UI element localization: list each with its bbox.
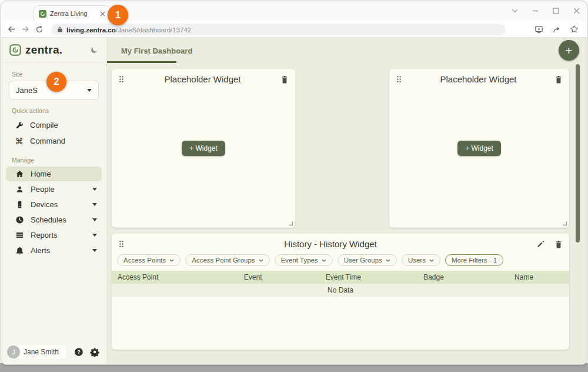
chip-label: Event Types	[281, 257, 318, 264]
url-domain: living.zentra.co	[66, 26, 116, 34]
device-icon	[15, 200, 24, 209]
user-name[interactable]: Jane Smith	[15, 346, 66, 358]
toolbar-right-icons	[534, 25, 581, 34]
no-data-row: No Data	[112, 284, 569, 297]
manage-section-label: Manage	[12, 157, 106, 164]
bell-icon	[15, 246, 24, 255]
share-icon[interactable]	[552, 25, 561, 34]
edit-pencil-icon[interactable]	[537, 240, 544, 248]
sidebar-item-label: Alerts	[31, 246, 50, 255]
drag-handle-icon[interactable]	[119, 75, 124, 83]
sidebar-item-reports[interactable]: Reports	[6, 228, 102, 243]
filter-chips-row: Access Points Access Point Groups Event …	[112, 251, 569, 271]
back-icon[interactable]	[7, 25, 16, 34]
avatar[interactable]: J	[7, 346, 20, 358]
svg-text:?: ?	[77, 349, 81, 355]
drag-handle-icon[interactable]	[396, 75, 402, 83]
settings-gear-icon[interactable]	[90, 347, 99, 357]
add-widget-button[interactable]: + Widget	[457, 141, 501, 156]
sidebar-item-people[interactable]: People	[6, 182, 102, 197]
chevron-down-icon	[386, 259, 390, 262]
window-maximize-icon[interactable]	[553, 8, 559, 14]
add-dashboard-button[interactable]: +	[559, 40, 579, 61]
chip-label: User Groups	[344, 257, 382, 264]
zentra-logo-icon	[9, 44, 21, 56]
chevron-down-icon	[92, 249, 97, 252]
chevron-down-icon	[92, 203, 97, 206]
annotation-step-1: 1	[108, 5, 128, 25]
widget-title: Placeholder Widget	[406, 74, 550, 84]
reload-icon[interactable]	[35, 25, 44, 34]
filter-access-points[interactable]: Access Points	[117, 254, 181, 266]
add-widget-button[interactable]: + Widget	[182, 141, 225, 156]
trash-icon[interactable]	[555, 75, 562, 84]
sidebar-item-label: Reports	[31, 231, 58, 240]
browser-toolbar: living.zentra.co/JaneS/dashboard/13742	[1, 21, 587, 38]
resize-handle-icon[interactable]	[562, 220, 567, 226]
resize-handle-icon[interactable]	[288, 220, 293, 226]
annotation-step-2: 2	[46, 72, 66, 92]
tab-title: Zentra Living	[50, 10, 96, 17]
trash-icon[interactable]	[281, 75, 288, 84]
quick-action-label: Compile	[30, 121, 58, 129]
chevron-down-icon	[92, 188, 97, 191]
sidebar-item-alerts[interactable]: Alerts	[6, 243, 102, 258]
filter-users[interactable]: Users	[402, 254, 440, 266]
help-icon[interactable]: ?	[74, 347, 83, 357]
user-row: J Jane Smith ?	[7, 346, 99, 358]
logo-row: zentra.	[1, 38, 106, 63]
chevron-down-icon	[87, 89, 92, 92]
filter-user-groups[interactable]: User Groups	[338, 254, 397, 266]
window-controls	[512, 1, 580, 20]
quick-action-compile[interactable]: Compile	[1, 117, 106, 133]
placeholder-widget-card: Placeholder Widget + Widget	[389, 69, 569, 228]
window-menu-chevron-icon[interactable]	[512, 9, 518, 13]
column-header: Badge	[389, 273, 479, 281]
drag-handle-icon[interactable]	[119, 240, 124, 248]
main-content: My First Dashboard + Placeholder Widget …	[107, 38, 587, 364]
url-path: /JaneS/dashboard/13742	[116, 26, 192, 34]
window-minimize-icon[interactable]	[532, 8, 539, 14]
install-app-icon[interactable]	[534, 25, 543, 34]
history-table-empty-area	[112, 297, 569, 350]
trash-icon[interactable]	[555, 240, 562, 248]
chip-label: Access Point Groups	[192, 257, 255, 264]
reports-list-icon	[15, 231, 24, 240]
brand-wordmark: zentra.	[25, 44, 62, 57]
sidebar-item-label: People	[31, 185, 54, 194]
scrollbar-thumb[interactable]	[576, 64, 580, 243]
chevron-down-icon	[429, 259, 434, 262]
dashboard-tab[interactable]: My First Dashboard	[121, 46, 192, 55]
sidebar-item-home[interactable]: Home	[6, 167, 102, 181]
sidebar-item-devices[interactable]: Devices	[6, 197, 102, 212]
filter-access-point-groups[interactable]: Access Point Groups	[185, 254, 269, 266]
column-header: Name	[479, 273, 569, 281]
command-icon: ⌘	[15, 137, 24, 145]
filter-event-types[interactable]: Event Types	[275, 254, 333, 266]
column-header: Access Point	[112, 273, 208, 281]
favicon	[39, 10, 46, 18]
sidebar-item-label: Devices	[31, 200, 58, 209]
tab-close-icon[interactable]	[100, 11, 105, 16]
forward-icon[interactable]	[21, 25, 30, 34]
active-tab-underline	[107, 61, 176, 63]
chevron-down-icon	[92, 218, 97, 221]
widget-title: Placeholder Widget	[129, 74, 276, 84]
bookmark-star-icon[interactable]	[570, 25, 579, 34]
browser-tab[interactable]: Zentra Living	[34, 5, 111, 21]
sidebar-item-label: Home	[31, 170, 51, 178]
chevron-down-icon	[169, 259, 174, 262]
app-area: zentra. Site JaneS Quick actions Compile	[1, 38, 587, 364]
chevron-down-icon	[259, 259, 263, 262]
history-table-header: Access Point Event Event Time Badge Name	[112, 271, 569, 284]
site-select-value: JaneS	[16, 86, 38, 95]
filter-more-filters[interactable]: More Filters - 1	[445, 254, 503, 266]
window-close-icon[interactable]	[573, 8, 580, 14]
chevron-down-icon	[322, 259, 326, 262]
quick-action-command[interactable]: ⌘ Command	[1, 133, 106, 149]
sidebar-item-schedules[interactable]: Schedules	[6, 212, 102, 227]
clock-icon	[15, 215, 24, 224]
widget-title: History - History Widget	[129, 239, 532, 249]
wrench-icon	[15, 121, 24, 129]
dark-mode-moon-icon[interactable]	[90, 46, 98, 54]
